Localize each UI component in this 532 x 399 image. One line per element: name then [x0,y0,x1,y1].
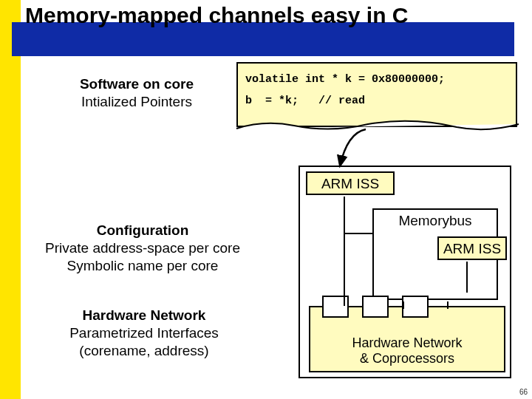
config-heading: Configuration [35,222,250,239]
configuration-block: Configuration Private address-space per … [35,222,250,274]
software-heading: Software on core [52,75,222,93]
config-line1: Private address-space per core [35,239,250,257]
arrow-icon [325,126,377,180]
code-box: volatile int * k = 0x80000000; b = *k; /… [236,62,517,127]
hw-line2: (corename, address) [53,342,235,360]
arm-iss-box-2: ARM ISS [437,236,507,260]
decorative-stripe [0,0,21,399]
software-on-core-block: Software on core Intialized Pointers [52,75,222,111]
code-line1: volatile int * k = 0x80000000; [245,73,445,86]
hardware-network-block: Hardware Network Parametrized Interfaces… [53,307,235,359]
hw-line1: Parametrized Interfaces [53,324,235,342]
diagram-connectors [300,167,513,380]
config-line2: Symbolic name per core [35,257,250,275]
torn-edge-icon [235,118,520,133]
hw-heading: Hardware Network [53,307,235,324]
slide-title: Memory-mapped channels easy in C [25,3,528,28]
software-subtext: Intialized Pointers [52,93,222,111]
code-line2: b = *k; // read [245,95,365,107]
page-number: 66 [519,388,528,396]
system-diagram: ARM ISS Memorybus ARM ISS Hardware Netwo… [299,166,511,378]
